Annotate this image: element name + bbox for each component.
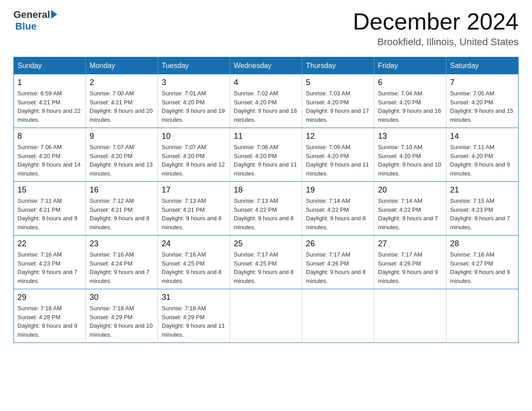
calendar-day-cell: 21 Sunrise: 7:15 AMSunset: 4:23 PMDaylig… [446,182,519,235]
day-info: Sunrise: 7:04 AMSunset: 4:20 PMDaylight:… [378,89,442,124]
day-number: 24 [162,239,226,248]
day-number: 23 [90,239,154,248]
day-number: 4 [234,78,298,87]
day-info: Sunrise: 7:18 AMSunset: 4:27 PMDaylight:… [450,250,515,285]
calendar-day-cell: 11 Sunrise: 7:08 AMSunset: 4:20 PMDaylig… [230,128,302,182]
calendar-day-cell: 31 Sunrise: 7:18 AMSunset: 4:29 PMDaylig… [158,289,230,343]
day-info: Sunrise: 7:11 AMSunset: 4:21 PMDaylight:… [17,197,82,231]
day-info: Sunrise: 7:18 AMSunset: 4:28 PMDaylight:… [17,304,82,339]
day-number: 11 [234,132,298,141]
calendar-day-cell [230,289,302,343]
day-info: Sunrise: 7:07 AMSunset: 4:20 PMDaylight:… [162,143,226,178]
calendar-week-row: 8 Sunrise: 7:06 AMSunset: 4:20 PMDayligh… [14,128,519,182]
day-number: 31 [162,293,226,302]
day-info: Sunrise: 7:08 AMSunset: 4:20 PMDaylight:… [234,143,298,178]
day-info: Sunrise: 7:17 AMSunset: 4:25 PMDaylight:… [234,250,298,285]
day-number: 27 [378,239,442,248]
day-of-week-header: Saturday [446,57,519,75]
day-info: Sunrise: 7:18 AMSunset: 4:29 PMDaylight:… [90,304,154,339]
day-of-week-header: Sunday [14,57,86,75]
calendar-day-cell: 26 Sunrise: 7:17 AMSunset: 4:26 PMDaylig… [302,235,374,289]
calendar-day-cell: 3 Sunrise: 7:01 AMSunset: 4:20 PMDayligh… [158,74,230,128]
day-info: Sunrise: 7:13 AMSunset: 4:21 PMDaylight:… [162,197,226,231]
calendar-day-cell: 9 Sunrise: 7:07 AMSunset: 4:20 PMDayligh… [86,128,158,182]
calendar-day-cell: 10 Sunrise: 7:07 AMSunset: 4:20 PMDaylig… [158,128,230,182]
day-number: 5 [306,78,370,87]
calendar-week-row: 22 Sunrise: 7:16 AMSunset: 4:23 PMDaylig… [14,235,519,289]
calendar-day-cell: 28 Sunrise: 7:18 AMSunset: 4:27 PMDaylig… [446,235,519,289]
day-of-week-header: Friday [374,57,446,75]
day-info: Sunrise: 7:18 AMSunset: 4:29 PMDaylight:… [162,304,226,339]
day-info: Sunrise: 7:15 AMSunset: 4:23 PMDaylight:… [450,197,515,231]
calendar-day-cell: 18 Sunrise: 7:13 AMSunset: 4:22 PMDaylig… [230,182,302,235]
day-number: 22 [17,239,82,248]
calendar-day-cell: 17 Sunrise: 7:13 AMSunset: 4:21 PMDaylig… [158,182,230,235]
logo-blue: Blue [15,21,57,32]
day-number: 7 [450,78,515,87]
day-of-week-header: Thursday [302,57,374,75]
day-number: 29 [17,293,82,302]
calendar-week-row: 1 Sunrise: 6:59 AMSunset: 4:21 PMDayligh… [14,74,519,128]
day-number: 30 [90,293,154,302]
day-info: Sunrise: 6:59 AMSunset: 4:21 PMDaylight:… [17,89,82,124]
page-header: General Blue December 2024 Brookfield, I… [13,9,519,48]
day-info: Sunrise: 7:16 AMSunset: 4:24 PMDaylight:… [90,250,154,285]
day-number: 12 [306,132,370,141]
day-number: 28 [450,239,515,248]
calendar-day-cell: 4 Sunrise: 7:02 AMSunset: 4:20 PMDayligh… [230,74,302,128]
calendar-day-cell [374,289,446,343]
calendar-day-cell: 6 Sunrise: 7:04 AMSunset: 4:20 PMDayligh… [374,74,446,128]
day-number: 18 [234,185,298,195]
calendar-day-cell: 16 Sunrise: 7:12 AMSunset: 4:21 PMDaylig… [86,182,158,235]
day-info: Sunrise: 7:07 AMSunset: 4:20 PMDaylight:… [90,143,154,178]
day-number: 13 [378,132,442,141]
day-number: 6 [378,78,442,87]
day-info: Sunrise: 7:09 AMSunset: 4:20 PMDaylight:… [306,143,370,178]
month-title: December 2024 [353,9,519,34]
day-of-week-header: Monday [86,57,158,75]
day-info: Sunrise: 7:11 AMSunset: 4:20 PMDaylight:… [450,143,515,178]
day-info: Sunrise: 7:03 AMSunset: 4:20 PMDaylight:… [306,89,370,124]
calendar-day-cell: 8 Sunrise: 7:06 AMSunset: 4:20 PMDayligh… [14,128,86,182]
day-number: 16 [90,185,154,195]
logo-arrow-icon [51,10,57,19]
calendar-day-cell: 13 Sunrise: 7:10 AMSunset: 4:20 PMDaylig… [374,128,446,182]
calendar-day-cell: 7 Sunrise: 7:05 AMSunset: 4:20 PMDayligh… [446,74,519,128]
logo: General Blue [13,9,57,32]
calendar-day-cell: 19 Sunrise: 7:14 AMSunset: 4:22 PMDaylig… [302,182,374,235]
day-info: Sunrise: 7:01 AMSunset: 4:20 PMDaylight:… [162,89,226,124]
calendar-week-row: 29 Sunrise: 7:18 AMSunset: 4:28 PMDaylig… [14,289,519,343]
day-number: 10 [162,132,226,141]
day-of-week-header: Tuesday [158,57,230,75]
calendar-day-cell: 24 Sunrise: 7:16 AMSunset: 4:25 PMDaylig… [158,235,230,289]
calendar-day-cell: 14 Sunrise: 7:11 AMSunset: 4:20 PMDaylig… [446,128,519,182]
calendar-day-cell: 15 Sunrise: 7:11 AMSunset: 4:21 PMDaylig… [14,182,86,235]
day-info: Sunrise: 7:06 AMSunset: 4:20 PMDaylight:… [17,143,82,178]
day-number: 21 [450,185,515,195]
calendar-day-cell: 27 Sunrise: 7:17 AMSunset: 4:26 PMDaylig… [374,235,446,289]
day-number: 19 [306,185,370,195]
day-info: Sunrise: 7:17 AMSunset: 4:26 PMDaylight:… [378,250,442,285]
day-number: 3 [162,78,226,87]
day-of-week-header: Wednesday [230,57,302,75]
day-number: 14 [450,132,515,141]
day-info: Sunrise: 7:14 AMSunset: 4:22 PMDaylight:… [306,197,370,231]
day-number: 25 [234,239,298,248]
day-info: Sunrise: 7:00 AMSunset: 4:21 PMDaylight:… [90,89,154,124]
calendar-day-cell: 29 Sunrise: 7:18 AMSunset: 4:28 PMDaylig… [14,289,86,343]
calendar-day-cell [446,289,519,343]
day-number: 8 [17,132,82,141]
calendar-day-cell: 2 Sunrise: 7:00 AMSunset: 4:21 PMDayligh… [86,74,158,128]
day-info: Sunrise: 7:16 AMSunset: 4:23 PMDaylight:… [17,250,82,285]
day-number: 2 [90,78,154,87]
day-info: Sunrise: 7:10 AMSunset: 4:20 PMDaylight:… [378,143,442,178]
day-info: Sunrise: 7:17 AMSunset: 4:26 PMDaylight:… [306,250,370,285]
calendar-day-cell: 1 Sunrise: 6:59 AMSunset: 4:21 PMDayligh… [14,74,86,128]
title-section: December 2024 Brookfield, Illinois, Unit… [353,9,519,48]
day-number: 1 [17,78,82,87]
day-number: 9 [90,132,154,141]
day-info: Sunrise: 7:12 AMSunset: 4:21 PMDaylight:… [90,197,154,231]
day-info: Sunrise: 7:16 AMSunset: 4:25 PMDaylight:… [162,250,226,285]
logo-general: General [13,9,50,21]
calendar-day-cell: 25 Sunrise: 7:17 AMSunset: 4:25 PMDaylig… [230,235,302,289]
